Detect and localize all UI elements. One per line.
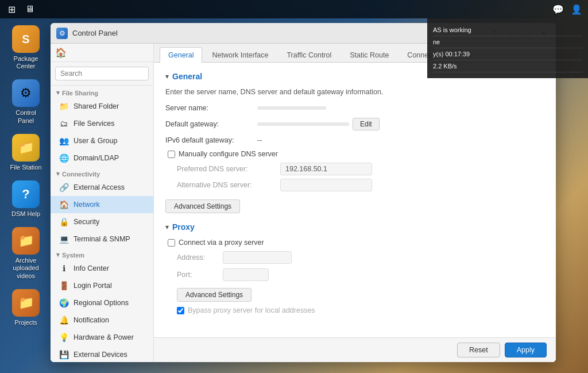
- notification-icon: 🔔: [59, 315, 69, 325]
- sidebar-item-terminal-snmp[interactable]: 💻 Terminal & SNMP: [51, 230, 153, 248]
- proxy-port-input[interactable]: 80: [223, 268, 269, 281]
- sidebar-item-shared-folder[interactable]: 📁 Shared Folder: [51, 98, 153, 115]
- dsm-icon[interactable]: 🖥: [22, 1, 38, 17]
- taskbar-left: ⊞ 🖥: [0, 1, 38, 17]
- section-header-system: ▾ System: [51, 248, 153, 260]
- sidebar-item-notification[interactable]: 🔔 Notification: [51, 312, 153, 329]
- bypass-proxy-label[interactable]: Bypass proxy server for local addresses: [188, 306, 315, 314]
- tab-static-route[interactable]: Static Route: [341, 47, 397, 63]
- alternative-dns-input[interactable]: [280, 179, 372, 191]
- file-station-icon[interactable]: 📁 File Station: [6, 132, 46, 174]
- section-header-connectivity: ▾ Connectivity: [51, 167, 153, 179]
- sidebar-item-security[interactable]: 🔒 Security: [51, 213, 153, 230]
- regional-options-icon: 🌍: [59, 298, 69, 308]
- section-header-file-sharing: ▾ File Sharing: [51, 86, 153, 98]
- default-gateway-label: Default gateway:: [165, 120, 257, 128]
- grid-icon[interactable]: ⊞: [3, 1, 20, 17]
- server-name-row: Server name:: [165, 104, 544, 112]
- security-icon: 🔒: [59, 217, 69, 227]
- sidebar-item-external-devices[interactable]: 💾 External Devices: [51, 346, 153, 362]
- terminal-icon: 💻: [59, 234, 69, 244]
- bypass-proxy-checkbox[interactable]: [177, 307, 184, 314]
- connect-proxy-checkbox[interactable]: [168, 239, 175, 247]
- sidebar-home[interactable]: 🏠: [51, 44, 153, 62]
- bypass-proxy-row: Bypass proxy server for local addresses: [175, 306, 544, 314]
- projects-icon[interactable]: 📁 Projects: [6, 287, 46, 329]
- sidebar-item-user-group[interactable]: 👥 User & Group: [51, 132, 153, 149]
- tab-general[interactable]: General: [160, 47, 202, 63]
- sidebar-item-domain-ldap[interactable]: 🌐 Domain/LDAP: [51, 149, 153, 167]
- user-group-icon: 👥: [59, 136, 69, 146]
- tab-traffic-control[interactable]: Traffic Control: [278, 47, 340, 63]
- window-body: 🏠 ▾ File Sharing 📁 Shared Folder 🗂 File …: [51, 44, 556, 362]
- proxy-section: ▾ Proxy Connect via a proxy server Addre…: [165, 222, 544, 314]
- taskbar-top: ⊞ 🖥 💬 👤: [0, 0, 588, 18]
- edit-gateway-button[interactable]: Edit: [353, 118, 380, 130]
- desktop: ⊞ 🖥 💬 👤 S Package Center ⚙ Control Panel…: [0, 0, 588, 373]
- sidebar-item-network[interactable]: 🏠 Network: [51, 196, 153, 213]
- dns-advanced-settings-button[interactable]: Advanced Settings: [165, 199, 240, 213]
- sidebar-item-external-access[interactable]: 🔗 External Access: [51, 179, 153, 196]
- chat-icon[interactable]: 💬: [550, 1, 566, 17]
- proxy-port-row: Port: 80: [177, 268, 544, 281]
- chevron-down-icon: ▾: [56, 89, 60, 97]
- preferred-dns-input[interactable]: [280, 163, 372, 175]
- sidebar-item-hardware-power[interactable]: 💡 Hardware & Power: [51, 329, 153, 346]
- proxy-port-label: Port:: [177, 271, 223, 279]
- dns-section: Preferred DNS server: Alternative DNS se…: [177, 163, 544, 191]
- control-panel-icon[interactable]: ⚙ Control Panel: [6, 77, 46, 126]
- taskbar-right: 💬 👤: [550, 1, 588, 17]
- reset-button[interactable]: Reset: [457, 343, 500, 357]
- connect-proxy-label[interactable]: Connect via a proxy server: [179, 239, 264, 247]
- search-input[interactable]: [55, 67, 149, 80]
- chevron-proxy-icon: ▾: [165, 223, 169, 231]
- sidebar-item-info-center[interactable]: ℹ Info Center: [51, 260, 153, 277]
- user-icon[interactable]: 👤: [568, 1, 585, 17]
- alternative-dns-row: Alternative DNS server:: [177, 179, 544, 191]
- notification-panel: AS is working ne y(s) 00:17:39 2.2 KB/s: [427, 18, 588, 78]
- proxy-section-header[interactable]: ▾ Proxy: [165, 222, 544, 232]
- sidebar-item-login-portal[interactable]: 🚪 Login Portal: [51, 277, 153, 294]
- manually-dns-row: Manually configure DNS server: [165, 150, 544, 158]
- window-title: Control Panel: [72, 29, 118, 37]
- external-access-icon: 🔗: [59, 182, 69, 193]
- window-footer: Reset Apply: [154, 337, 556, 362]
- chevron-down-icon-3: ▾: [56, 251, 60, 259]
- default-gateway-row: Default gateway: Edit: [165, 118, 544, 130]
- preferred-dns-label: Preferred DNS server:: [177, 165, 280, 173]
- desktop-icons: S Package Center ⚙ Control Panel 📁 File …: [6, 23, 46, 329]
- dsm-help-icon[interactable]: ? DSM Help: [6, 178, 46, 220]
- proxy-section-title: Proxy: [172, 222, 195, 232]
- notification-item-3: y(s) 00:17:39: [433, 48, 582, 60]
- window-title-area: ⚙ Control Panel: [56, 28, 118, 39]
- hardware-power-icon: 💡: [59, 332, 69, 343]
- alternative-dns-label: Alternative DNS server:: [177, 181, 280, 189]
- server-name-value: [257, 106, 326, 110]
- proxy-address-input[interactable]: [223, 251, 292, 264]
- sidebar-item-regional-options[interactable]: 🌍 Regional Options: [51, 294, 153, 312]
- chevron-down-icon-2: ▾: [56, 170, 60, 178]
- proxy-advanced-btn-row: Advanced Settings: [177, 286, 544, 302]
- login-portal-icon: 🚪: [59, 280, 69, 291]
- notification-stats: 2.2 KB/s: [433, 60, 582, 72]
- chevron-general-icon: ▾: [165, 72, 169, 80]
- proxy-address-label: Address:: [177, 253, 223, 262]
- external-devices-icon: 💾: [59, 349, 69, 360]
- proxy-advanced-settings-button[interactable]: Advanced Settings: [177, 288, 252, 302]
- server-name-label: Server name:: [165, 104, 257, 112]
- ipv6-gateway-value: --: [257, 136, 262, 144]
- shared-folder-icon: 📁: [59, 101, 69, 111]
- notification-item-1: AS is working: [433, 24, 582, 36]
- manually-dns-label[interactable]: Manually configure DNS server: [179, 150, 278, 158]
- manually-dns-checkbox[interactable]: [168, 151, 175, 158]
- ipv6-gateway-label: IPv6 default gateway:: [165, 136, 257, 144]
- sidebar-item-file-services[interactable]: 🗂 File Services: [51, 115, 153, 132]
- preferred-dns-row: Preferred DNS server:: [177, 163, 544, 175]
- tab-network-interface[interactable]: Network Interface: [203, 47, 277, 63]
- info-center-icon: ℹ: [59, 263, 69, 274]
- apply-button[interactable]: Apply: [505, 343, 547, 357]
- archive-videos-icon[interactable]: 📁 Archive uploaded videos: [6, 225, 46, 282]
- general-section-desc: Enter the server name, DNS server and de…: [165, 88, 544, 96]
- window-icon: ⚙: [56, 28, 68, 39]
- package-center-icon[interactable]: S Package Center: [6, 23, 46, 72]
